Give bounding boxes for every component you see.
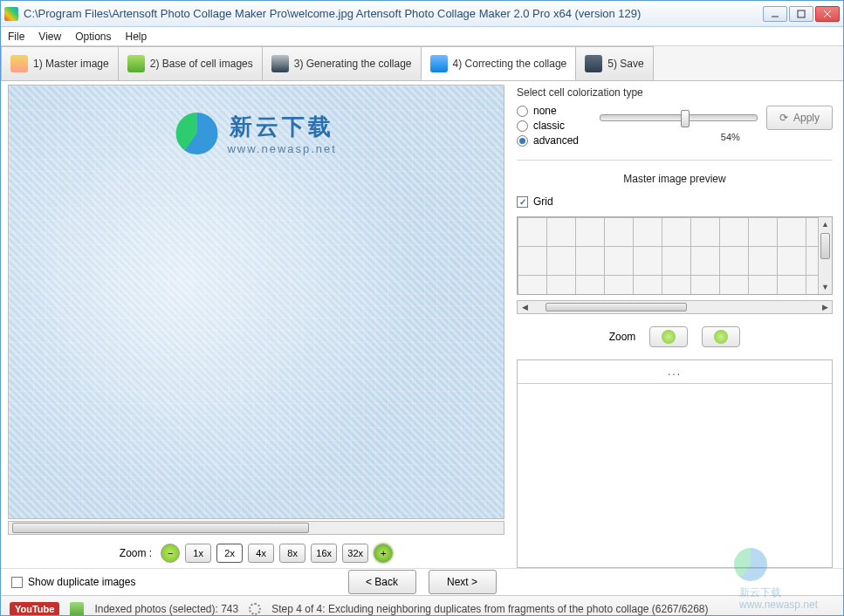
tab-label: 4) Correcting the collage xyxy=(453,58,567,70)
main-area: 新云下载 www.newasp.net Zoom : − 1x 2x 4x 8x… xyxy=(1,81,843,568)
radio-classic-label: classic xyxy=(533,120,565,132)
tab-correcting[interactable]: 4) Correcting the collage xyxy=(421,46,577,80)
apply-button[interactable]: ⟳Apply xyxy=(766,106,833,130)
tab-label: 3) Generating the collage xyxy=(294,58,412,70)
right-pane: Select cell colorization type none class… xyxy=(511,81,843,568)
master-zoom-label: Zoom xyxy=(609,331,636,343)
radio-advanced-label: advanced xyxy=(533,134,579,147)
watermark-text-cn: 新云下载 xyxy=(227,112,337,142)
zoom-1x-button[interactable]: 1x xyxy=(185,544,211,563)
tab-label: 1) Master image xyxy=(33,58,109,70)
corner-watermark: 新云下载www.newasp.net xyxy=(734,548,839,588)
master-preview-title: Master image preview xyxy=(517,173,833,185)
scroll-down-icon[interactable]: ▼ xyxy=(819,280,832,294)
zoom-8x-button[interactable]: 8x xyxy=(279,544,305,563)
slider-value: 54% xyxy=(721,132,833,142)
master-zoom-controls: Zoom xyxy=(517,319,833,354)
radio-advanced[interactable]: advanced xyxy=(517,134,591,147)
youtube-link[interactable]: YouTube xyxy=(10,602,59,616)
refresh-icon: ⟳ xyxy=(779,112,788,124)
show-duplicates-checkbox[interactable]: Show duplicate images xyxy=(11,576,135,588)
svg-rect-1 xyxy=(798,10,805,17)
close-button[interactable] xyxy=(815,6,840,22)
menubar: File View Options Help xyxy=(1,27,843,46)
plus-icon xyxy=(714,330,728,344)
zoom-16x-button[interactable]: 16x xyxy=(311,544,337,563)
colorization-title: Select cell colorization type xyxy=(517,86,833,99)
grid-checkbox[interactable]: Grid xyxy=(517,195,833,208)
app-icon xyxy=(4,7,18,21)
window-title: C:\Program Files\Artensoft Photo Collage… xyxy=(24,7,763,20)
minimize-button[interactable] xyxy=(763,6,787,22)
colorization-slider[interactable] xyxy=(600,114,758,121)
master-grid-preview[interactable]: ▲ ▼ xyxy=(517,216,833,295)
master-zoom-in-button[interactable] xyxy=(702,326,740,347)
step-tabs: 1) Master image 2) Base of cell images 3… xyxy=(1,46,843,81)
zoom-label: Zoom : xyxy=(120,547,152,559)
next-button[interactable]: Next > xyxy=(429,570,497,594)
zoom-4x-button[interactable]: 4x xyxy=(248,544,274,563)
zoom-2x-button[interactable]: 2x xyxy=(216,544,243,563)
minus-icon xyxy=(662,330,676,344)
watermark-url: www.newasp.net xyxy=(227,142,337,155)
footer-row: Show duplicate images < Back Next > xyxy=(1,568,843,595)
tab-generating[interactable]: 3) Generating the collage xyxy=(262,46,422,80)
left-pane: 新云下载 www.newasp.net Zoom : − 1x 2x 4x 8x… xyxy=(1,81,511,568)
scroll-up-icon[interactable]: ▲ xyxy=(819,217,832,231)
tab-master-image[interactable]: 1) Master image xyxy=(1,46,119,80)
detail-panel: ... xyxy=(517,359,833,568)
watermark: 新云下载 www.newasp.net xyxy=(175,112,337,155)
colorization-group: Select cell colorization type none class… xyxy=(517,86,833,149)
tab-label: 5) Save xyxy=(607,58,643,70)
menu-file[interactable]: File xyxy=(8,31,24,43)
wand-icon xyxy=(271,55,289,72)
back-button[interactable]: < Back xyxy=(348,570,416,594)
master-zoom-out-button[interactable] xyxy=(649,326,688,347)
show-duplicates-label: Show duplicate images xyxy=(28,576,135,588)
radio-none-label: none xyxy=(533,105,557,117)
menu-help[interactable]: Help xyxy=(126,31,148,43)
tab-save[interactable]: 5) Save xyxy=(575,46,653,80)
scroll-left-icon[interactable]: ◀ xyxy=(518,301,532,313)
indexed-photos-label: Indexed photos (selected): 743 xyxy=(94,603,238,615)
tab-base-images[interactable]: 2) Base of cell images xyxy=(118,46,263,80)
grid-hscrollbar[interactable]: ◀ ▶ xyxy=(517,300,833,314)
window-controls xyxy=(763,6,840,22)
step-status-label: Step 4 of 4: Excluding neighboring dupli… xyxy=(271,603,708,615)
zoom-controls: Zoom : − 1x 2x 4x 8x 16x 32x + xyxy=(8,535,504,568)
watermark-logo-icon xyxy=(175,113,217,154)
menu-options[interactable]: Options xyxy=(75,31,111,43)
tab-label: 2) Base of cell images xyxy=(150,58,253,70)
collage-preview[interactable]: 新云下载 www.newasp.net xyxy=(8,85,504,519)
statusbar: YouTube Indexed photos (selected): 743 S… xyxy=(1,595,843,616)
menu-view[interactable]: View xyxy=(38,31,61,43)
titlebar: C:\Program Files\Artensoft Photo Collage… xyxy=(1,1,843,27)
radio-none[interactable]: none xyxy=(517,105,591,117)
preview-hscrollbar[interactable] xyxy=(8,521,504,535)
apply-label: Apply xyxy=(793,112,820,124)
save-icon xyxy=(585,55,602,72)
grid-label: Grid xyxy=(533,195,553,208)
zoom-32x-button[interactable]: 32x xyxy=(342,544,368,563)
zoom-in-button[interactable]: + xyxy=(374,544,393,563)
cube-icon xyxy=(430,55,448,72)
radio-classic[interactable]: classic xyxy=(517,120,591,132)
scroll-right-icon[interactable]: ▶ xyxy=(818,301,832,313)
base-images-icon xyxy=(127,55,145,72)
zoom-out-button[interactable]: − xyxy=(161,544,180,563)
detail-panel-header: ... xyxy=(518,360,832,384)
photos-icon xyxy=(70,602,84,616)
maximize-button[interactable] xyxy=(789,6,813,22)
spinner-icon xyxy=(249,603,261,615)
grid-vscrollbar[interactable]: ▲ ▼ xyxy=(818,217,832,294)
master-image-icon xyxy=(10,55,28,72)
